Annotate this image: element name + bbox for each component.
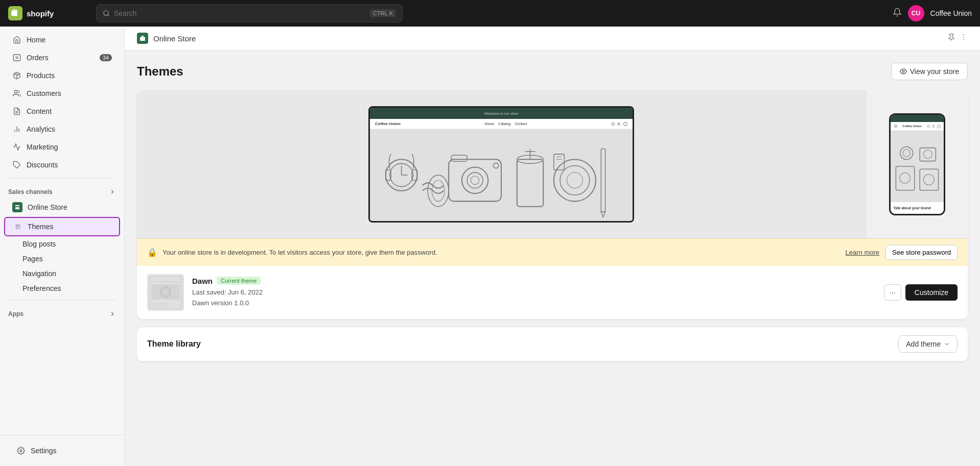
home-icon: [12, 35, 21, 44]
svg-point-18: [902, 70, 904, 72]
svg-point-30: [471, 176, 479, 184]
sidebar-label-themes: Themes: [28, 223, 54, 231]
theme-meta: Last saved: Jun 6, 2022 Dawn version 1.0…: [192, 287, 876, 309]
theme-version: Dawn version 1.0.0: [192, 298, 876, 309]
mobile-text-content: Talk about your brand: [891, 202, 944, 214]
shopify-logo-icon: [8, 6, 22, 20]
sidebar-item-orders[interactable]: Orders 34: [4, 49, 120, 66]
sidebar-item-discounts[interactable]: Discounts: [4, 156, 120, 174]
customers-icon: [12, 89, 21, 98]
sidebar-divider-1: [8, 178, 116, 178]
svg-point-19: [612, 122, 614, 125]
chevron-right-icon[interactable]: [109, 188, 116, 195]
search-bar[interactable]: CTRL K: [96, 4, 403, 22]
page-header-breadcrumb: Online Store: [153, 34, 196, 43]
content-icon: [12, 107, 21, 116]
theme-thumbnail-image: [147, 274, 184, 311]
sidebar-label-marketing: Marketing: [27, 143, 58, 151]
view-store-button[interactable]: View your store: [891, 63, 968, 80]
sidebar-item-blog-posts[interactable]: Blog posts: [22, 237, 120, 251]
warning-text: Your online store is in development. To …: [162, 249, 437, 256]
theme-info: Dawn Current theme Last saved: Jun 6, 20…: [192, 277, 876, 309]
svg-point-28: [462, 167, 488, 193]
sidebar-sub-items: Blog posts Pages Navigation Preferences: [0, 237, 124, 296]
sidebar-item-products[interactable]: Products: [4, 67, 120, 84]
sidebar-item-home[interactable]: Home: [4, 31, 120, 48]
sketch-illustration: [370, 129, 633, 221]
svg-point-33: [428, 175, 449, 207]
bell-icon[interactable]: [893, 8, 902, 19]
store-name: Coffee Union: [930, 9, 972, 17]
see-store-password-button[interactable]: See store password: [885, 245, 958, 260]
search-input[interactable]: [114, 9, 366, 17]
sidebar-item-settings[interactable]: Settings: [8, 442, 116, 459]
theme-preview-card: Welcome to our store Coffee Union HomeCa…: [137, 90, 968, 319]
search-shortcut: CTRL K: [370, 9, 396, 17]
svg-rect-1: [13, 55, 20, 61]
sidebar-item-navigation[interactable]: Navigation: [22, 266, 120, 281]
desktop-body: [370, 129, 633, 221]
sidebar-label-orders: Orders: [27, 54, 49, 62]
svg-point-0: [104, 11, 108, 15]
more-actions-icon[interactable]: [960, 33, 968, 43]
content-area: Themes View your store Welcome to our st…: [125, 51, 980, 374]
svg-point-51: [932, 125, 934, 126]
svg-rect-58: [920, 169, 938, 190]
sidebar-label-content: Content: [27, 107, 52, 115]
avatar[interactable]: CU: [908, 5, 924, 21]
svg-point-41: [567, 173, 583, 188]
svg-point-53: [902, 150, 910, 157]
theme-preview-images: Welcome to our store Coffee Union HomeCa…: [137, 90, 968, 238]
learn-more-link[interactable]: Learn more: [846, 249, 879, 256]
svg-point-29: [467, 173, 483, 188]
orders-badge: 34: [100, 54, 112, 61]
add-theme-button[interactable]: Add theme: [898, 335, 958, 353]
svg-point-17: [963, 39, 964, 40]
svg-point-16: [963, 37, 964, 38]
sidebar-label-settings: Settings: [31, 447, 57, 455]
marketing-icon: [12, 142, 21, 152]
logo-text: shopify: [27, 9, 54, 18]
warning-actions: Learn more See store password: [846, 245, 958, 260]
theme-last-saved: Last saved: Jun 6, 2022: [192, 287, 876, 298]
sidebar-item-customers[interactable]: Customers: [4, 85, 120, 102]
sidebar-divider-2: [8, 300, 116, 300]
svg-rect-45: [601, 149, 605, 212]
customize-button[interactable]: Customize: [905, 284, 958, 301]
mobile-mockup: Coffee Union: [889, 113, 945, 215]
sidebar-footer: Settings: [0, 435, 124, 466]
discounts-icon: [12, 160, 21, 169]
sidebar-item-online-store[interactable]: Online Store: [4, 198, 120, 216]
section-title-row: Themes View your store: [137, 63, 968, 80]
svg-point-20: [618, 122, 620, 124]
svg-point-40: [560, 165, 590, 195]
online-store-header-icon: [137, 33, 148, 44]
svg-rect-13: [140, 37, 145, 41]
apps-chevron-icon[interactable]: [109, 310, 116, 317]
page-header: Online Store: [125, 27, 980, 51]
search-icon: [103, 10, 110, 17]
sidebar-item-content[interactable]: Content: [4, 103, 120, 120]
svg-point-15: [963, 34, 964, 35]
pin-icon[interactable]: [947, 33, 955, 43]
sidebar-item-analytics[interactable]: Analytics: [4, 120, 120, 138]
sidebar-item-themes[interactable]: Themes: [4, 217, 120, 236]
chevron-down-icon: [944, 341, 950, 347]
main-content: Online Store Themes View your store: [125, 27, 980, 466]
analytics-icon: [12, 125, 21, 134]
svg-rect-35: [517, 159, 543, 207]
theme-library-title: Theme library: [147, 339, 201, 349]
sidebar-item-marketing[interactable]: Marketing: [4, 138, 120, 156]
warning-banner: 🔒 Your online store is in development. T…: [137, 238, 968, 266]
settings-icon: [16, 446, 26, 455]
sidebar-item-pages[interactable]: Pages: [22, 252, 120, 266]
app-body: Home Orders 34 Products: [0, 27, 980, 466]
mobile-topbar-bar: [891, 115, 944, 122]
svg-point-55: [923, 150, 932, 159]
sidebar-item-preferences[interactable]: Preferences: [22, 281, 120, 296]
logo[interactable]: shopify: [8, 6, 90, 20]
mobile-body: [891, 131, 944, 202]
theme-more-button[interactable]: ···: [884, 284, 901, 301]
mobile-sketch: [891, 131, 944, 202]
theme-library-header: Theme library Add theme: [137, 327, 968, 361]
